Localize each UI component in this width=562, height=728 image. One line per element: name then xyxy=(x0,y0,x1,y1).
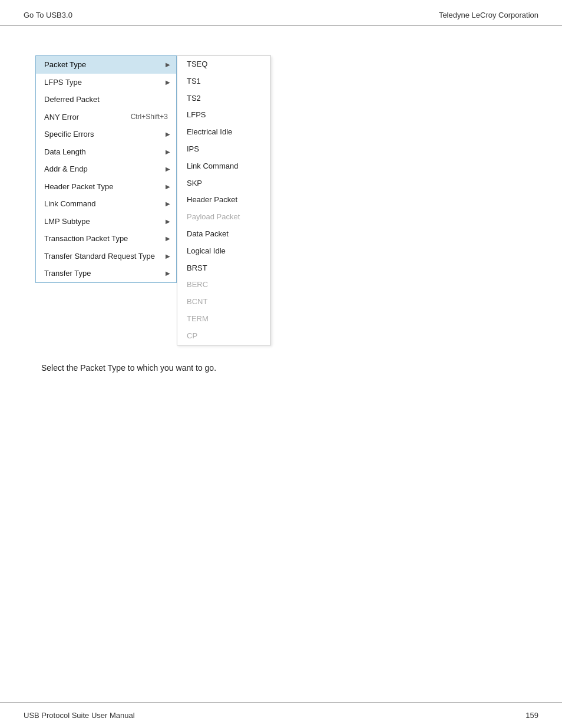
menu-item[interactable]: Addr & Endp▶ xyxy=(36,160,176,178)
menu-item[interactable]: Data Length▶ xyxy=(36,143,176,161)
menu-item[interactable]: Header Packet Type▶ xyxy=(36,178,176,196)
submenu-arrow-icon: ▶ xyxy=(166,130,170,139)
submenu-arrow-icon: ▶ xyxy=(166,269,170,278)
submenu-arrow-icon: ▶ xyxy=(166,60,170,69)
menu-item[interactable]: Link Command▶ xyxy=(36,195,176,213)
left-menu: Packet Type▶LFPS Type▶Deferred PacketANY… xyxy=(35,55,177,283)
submenu-arrow-icon: ▶ xyxy=(166,199,170,208)
description-text: Select the Packet Type to which you want… xyxy=(41,363,527,373)
submenu-arrow-icon: ▶ xyxy=(166,182,170,191)
menu-item[interactable]: Packet Type▶ xyxy=(36,56,176,74)
menu-item[interactable]: ANY ErrorCtrl+Shift+3 xyxy=(36,108,176,126)
submenu-item[interactable]: IPS xyxy=(177,141,270,158)
menu-item-label: Transfer Type xyxy=(44,268,91,279)
submenu-item[interactable]: TS2 xyxy=(177,90,270,107)
submenu-item[interactable]: Data Packet xyxy=(177,226,270,243)
submenu-item: Payload Packet xyxy=(177,209,270,226)
menu-item-label: Packet Type xyxy=(44,59,86,71)
main-content: Packet Type▶LFPS Type▶Deferred PacketANY… xyxy=(0,26,562,396)
menu-item-label: ANY Error xyxy=(44,111,79,123)
footer-right: 159 xyxy=(525,711,538,720)
submenu-item[interactable]: SKP xyxy=(177,175,270,192)
menu-shortcut: Ctrl+Shift+3 xyxy=(131,111,168,122)
submenu-item: TERM xyxy=(177,311,270,328)
header-left: Go To USB3.0 xyxy=(24,11,72,19)
submenu-arrow-icon: ▶ xyxy=(166,78,170,87)
menu-item[interactable]: Specific Errors▶ xyxy=(36,126,176,143)
menu-item[interactable]: Transfer Type▶ xyxy=(36,265,176,282)
submenu-arrow-icon: ▶ xyxy=(166,252,170,261)
submenu-item[interactable]: BRST xyxy=(177,260,270,277)
submenu-item[interactable]: Electrical Idle xyxy=(177,124,270,141)
page-footer: USB Protocol Suite User Manual 159 xyxy=(0,702,562,728)
menu-item-label: Transaction Packet Type xyxy=(44,233,128,245)
menu-item[interactable]: Transfer Standard Request Type▶ xyxy=(36,248,176,265)
right-submenu: TSEQTS1TS2LFPSElectrical IdleIPSLink Com… xyxy=(177,55,271,345)
page-header: Go To USB3.0 Teledyne LeCroy Corporation xyxy=(0,0,562,26)
submenu-item[interactable]: Header Packet xyxy=(177,192,270,209)
submenu-item[interactable]: LFPS xyxy=(177,107,270,124)
submenu-item: BERC xyxy=(177,276,270,294)
menu-item-label: Data Length xyxy=(44,146,86,158)
menu-item[interactable]: LMP Subtype▶ xyxy=(36,213,176,230)
menu-item-label: Deferred Packet xyxy=(44,94,100,106)
submenu-arrow-icon: ▶ xyxy=(166,217,170,226)
submenu-arrow-icon: ▶ xyxy=(166,147,170,156)
menu-item[interactable]: LFPS Type▶ xyxy=(36,74,176,91)
submenu-arrow-icon: ▶ xyxy=(166,234,170,243)
submenu-item[interactable]: Logical Idle xyxy=(177,243,270,260)
menu-item[interactable]: Transaction Packet Type▶ xyxy=(36,230,176,248)
submenu-arrow-icon: ▶ xyxy=(166,164,170,173)
menu-item-label: LMP Subtype xyxy=(44,216,90,228)
menu-item-label: Header Packet Type xyxy=(44,181,114,193)
menu-item-label: Transfer Standard Request Type xyxy=(44,251,155,262)
submenu-item: BCNT xyxy=(177,294,270,311)
submenu-item[interactable]: TSEQ xyxy=(177,56,270,73)
menu-container: Packet Type▶LFPS Type▶Deferred PacketANY… xyxy=(35,55,527,345)
menu-item-label: Specific Errors xyxy=(44,129,94,140)
submenu-item[interactable]: Link Command xyxy=(177,158,270,175)
menu-item-label: LFPS Type xyxy=(44,77,82,88)
header-right: Teledyne LeCroy Corporation xyxy=(439,11,538,19)
menu-item-label: Addr & Endp xyxy=(44,163,88,175)
menu-item-label: Link Command xyxy=(44,198,95,210)
submenu-item: CP xyxy=(177,328,270,345)
submenu-item[interactable]: TS1 xyxy=(177,73,270,90)
menu-item[interactable]: Deferred Packet xyxy=(36,91,176,108)
footer-left: USB Protocol Suite User Manual xyxy=(24,711,135,720)
